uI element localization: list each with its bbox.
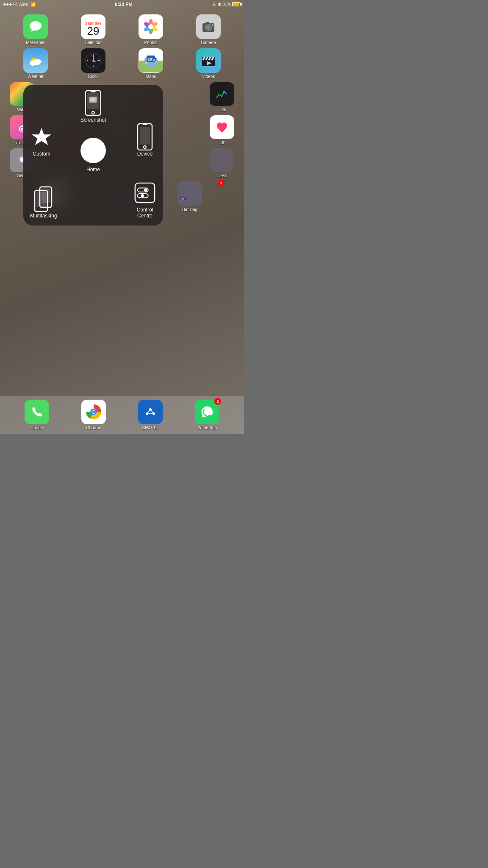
dock: Phone Chrome [0, 396, 244, 434]
carrier-label: Airtel [19, 2, 29, 7]
maps-label: Maps [146, 74, 156, 79]
messages-icon-img [23, 14, 48, 39]
dock-chrome[interactable]: Chrome [81, 400, 106, 430]
stocks-icon-img [210, 82, 234, 106]
calendar-icon-img: Saturday 29 [81, 14, 105, 39]
app-weather[interactable]: Weather [8, 48, 64, 79]
dock-phone[interactable]: Phone [25, 400, 49, 430]
phone-icon-img [25, 400, 49, 424]
app-stocks-partial[interactable]: ...ks [208, 82, 236, 112]
dot5 [15, 3, 17, 6]
device-label: Device [137, 151, 153, 157]
app-photos[interactable]: Photos [123, 14, 179, 45]
svg-point-61 [92, 411, 95, 413]
calendar-label: Calendar [85, 40, 102, 45]
wifi-icon: 📶 [30, 2, 36, 7]
app-business-partial[interactable]: ...ess [208, 148, 236, 178]
business-icon-img [210, 148, 234, 172]
svg-rect-84 [42, 189, 50, 203]
business-label: ...ess [217, 173, 227, 178]
health-label: ...th [219, 140, 226, 145]
custom-icon [30, 125, 53, 148]
status-bar: Airtel 📶 6:23 PM 🔒 ✱ 81% [0, 0, 244, 8]
stocks-label: ...ks [218, 107, 226, 112]
battery-icon [232, 2, 241, 6]
app-calendar[interactable]: Saturday 29 Calendar [65, 14, 121, 45]
at-custom[interactable]: Custom [30, 125, 53, 157]
maps-icon-img: 280 A [139, 48, 163, 73]
dock-whatsapp[interactable]: 2 WhatsApp [195, 400, 219, 430]
time-display: 6:23 PM [115, 2, 133, 7]
app-banking-folder[interactable]: dhfh 1 Banking [157, 181, 223, 212]
svg-rect-72 [91, 91, 96, 92]
svg-rect-12 [206, 22, 209, 24]
app-videos[interactable]: Videos [180, 48, 236, 79]
svg-point-16 [30, 61, 36, 66]
app-camera[interactable]: Camera [180, 14, 236, 45]
app-health-partial[interactable]: ...th [208, 115, 236, 145]
banking-label: Banking [182, 207, 197, 212]
weather-icon-img [23, 48, 48, 73]
app-row-1: Messages Saturday 29 Calendar [4, 13, 240, 47]
dot1 [3, 3, 6, 6]
svg-marker-76 [32, 128, 51, 145]
battery-fill [233, 3, 239, 6]
status-right: 🔒 ✱ 81% [212, 2, 241, 7]
home-label: Home [86, 167, 100, 172]
at-screenshot[interactable]: Screenshot [80, 92, 106, 123]
svg-point-13 [212, 24, 214, 26]
app-maps[interactable]: 280 A Maps [123, 48, 179, 79]
svg-point-80 [144, 146, 146, 148]
camera-label: Camera [201, 40, 216, 45]
at-home[interactable]: Home [80, 138, 106, 172]
multitasking-icon [32, 187, 55, 210]
photos-label: Photos [144, 40, 157, 45]
banking-folder-img: dhfh [177, 181, 202, 206]
health-icon-img [210, 115, 234, 139]
svg-point-45 [223, 91, 225, 93]
device-icon [133, 125, 156, 148]
chrome-label: Chrome [86, 426, 101, 430]
videos-label: Videos [202, 74, 215, 79]
at-controlcentre[interactable]: ControlCentre [133, 181, 156, 219]
app-clock[interactable]: 12 3 6 9 Clock [65, 48, 121, 79]
svg-point-47 [21, 128, 23, 130]
shareit-icon-img [138, 400, 163, 424]
battery-percent: 81% [222, 2, 231, 7]
dock-shareit[interactable]: SHAREit [138, 400, 163, 430]
screenshot-label: Screenshot [80, 117, 106, 123]
status-left: Airtel 📶 [3, 2, 36, 7]
controlcentre-label: ControlCentre [137, 207, 153, 219]
svg-point-87 [144, 188, 147, 192]
app-messages[interactable]: Messages [8, 14, 64, 45]
svg-point-8 [148, 24, 153, 29]
svg-point-0 [30, 21, 42, 31]
shareit-label: SHAREit [142, 426, 158, 430]
svg-rect-78 [140, 127, 150, 145]
at-device[interactable]: Device [133, 125, 156, 157]
chrome-icon-img [81, 400, 106, 424]
svg-text:A: A [153, 58, 155, 61]
dot4 [12, 3, 14, 6]
svg-point-73 [92, 111, 94, 114]
lock-icon: 🔒 [212, 2, 216, 6]
svg-point-31 [93, 60, 94, 61]
svg-point-11 [206, 25, 211, 30]
svg-rect-79 [143, 124, 147, 125]
svg-point-17 [36, 59, 42, 64]
assistivetouch-menu: Screenshot Custom Device [23, 85, 163, 225]
app-row-2: Weather 12 3 6 9 [4, 47, 240, 81]
signal-dots [3, 3, 17, 6]
svg-rect-85 [135, 183, 155, 203]
svg-point-62 [144, 406, 156, 418]
photos-icon-img [139, 14, 163, 39]
home-circle-icon [80, 138, 106, 163]
custom-label: Custom [33, 151, 50, 157]
bluetooth-icon: ✱ [218, 2, 221, 7]
screenshot-icon [82, 92, 105, 114]
svg-point-89 [141, 194, 144, 198]
clock-icon-img: 12 3 6 9 [81, 48, 105, 73]
at-multitasking[interactable]: Multitasking [30, 187, 57, 219]
whatsapp-badge: 2 [214, 398, 221, 405]
dot3 [9, 3, 11, 6]
